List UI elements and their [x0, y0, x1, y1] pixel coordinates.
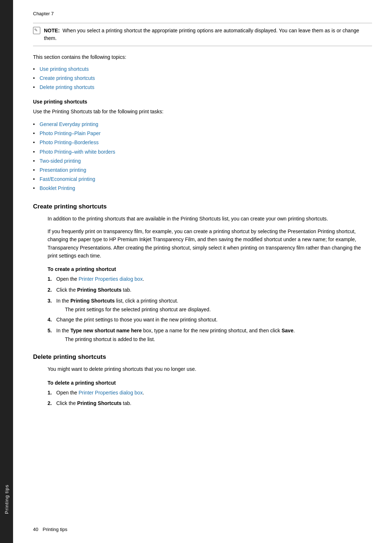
link-fast[interactable]: Fast/Economical printing	[40, 176, 95, 182]
link-printer-props-2[interactable]: Printer Properties dialog box	[79, 390, 143, 396]
chapter-label: Chapter 7	[33, 11, 372, 16]
toc-list: Use printing shortcuts Create printing s…	[33, 65, 372, 92]
toc-link-use[interactable]: Use printing shortcuts	[40, 66, 89, 72]
use-shortcuts-heading: Use printing shortcuts	[33, 99, 372, 105]
note-icon	[33, 27, 40, 34]
bold-printing-shortcuts-tab-2: Printing Shortcuts	[77, 400, 122, 406]
list-item: Use printing shortcuts	[33, 65, 372, 74]
list-item: 3. In the Printing Shortcuts list, click…	[48, 297, 372, 313]
bold-type-new-shortcut: Type new shortcut name here	[70, 328, 142, 333]
use-shortcuts-intro: Use the Printing Shortcuts tab for the f…	[33, 108, 372, 116]
list-item: Two-sided printing	[33, 157, 372, 166]
list-item: Delete printing shortcuts	[33, 83, 372, 92]
footer-page: 40	[33, 527, 38, 532]
create-sub-heading: To create a printing shortcut	[48, 266, 372, 272]
toc-link-delete[interactable]: Delete printing shortcuts	[40, 84, 94, 90]
delete-sub-heading: To delete a printing shortcut	[48, 380, 372, 386]
link-printer-props-1[interactable]: Printer Properties dialog box	[79, 276, 143, 282]
main-content: Chapter 7 NOTE: When you select a printi…	[13, 0, 392, 543]
use-shortcuts-list: General Everyday printing Photo Printing…	[33, 120, 372, 193]
side-tab: Printing tips	[0, 0, 13, 543]
link-two-sided[interactable]: Two-sided printing	[40, 158, 81, 164]
link-photo-borderless[interactable]: Photo Printing–Borderless	[40, 139, 99, 145]
note-body: When you select a printing shortcut the …	[44, 28, 359, 41]
delete-shortcuts-heading: Delete printing shortcuts	[33, 353, 372, 361]
list-item: Create printing shortcuts	[33, 74, 372, 83]
note-bold: NOTE:	[44, 28, 60, 33]
list-item: Fast/Economical printing	[33, 175, 372, 184]
delete-para1: You might want to delete printing shortc…	[48, 365, 372, 373]
list-item: Booklet Printing	[33, 184, 372, 193]
list-item: Presentation printing	[33, 166, 372, 175]
side-tab-label: Printing tips	[4, 485, 9, 514]
list-item: 1. Open the Printer Properties dialog bo…	[48, 275, 372, 284]
delete-shortcuts-content: You might want to delete printing shortc…	[48, 365, 372, 408]
note-text: NOTE: When you select a printing shortcu…	[44, 27, 372, 42]
link-presentation[interactable]: Presentation printing	[40, 167, 86, 173]
list-item: Photo Printing–Borderless	[33, 138, 372, 147]
list-item: 2. Click the Printing Shortcuts tab.	[48, 399, 372, 408]
create-para2: If you frequently print on transparency …	[48, 227, 372, 260]
list-item: Photo Printing–with white borders	[33, 147, 372, 157]
bold-printing-shortcuts-list: Printing Shortcuts	[70, 298, 115, 304]
create-shortcuts-heading: Create printing shortcuts	[33, 203, 372, 210]
list-item: 4. Change the print settings to those yo…	[48, 316, 372, 324]
list-item: General Everyday printing	[33, 120, 372, 129]
list-item: 1. Open the Printer Properties dialog bo…	[48, 389, 372, 397]
note-box: NOTE: When you select a printing shortcu…	[33, 23, 372, 46]
list-item: 2. Click the Printing Shortcuts tab.	[48, 286, 372, 295]
bold-save: Save	[282, 328, 294, 333]
create-para1: In addition to the printing shortcuts th…	[48, 215, 372, 223]
section-intro: This section contains the following topi…	[33, 53, 372, 61]
list-item: 5. In the Type new shortcut name here bo…	[48, 327, 372, 343]
footer-label: Printing tips	[42, 527, 67, 532]
create-steps-list: 1. Open the Printer Properties dialog bo…	[48, 275, 372, 343]
toc-link-create[interactable]: Create printing shortcuts	[40, 75, 95, 81]
step3-sub-text: The print settings for the selected prin…	[65, 305, 372, 313]
link-booklet[interactable]: Booklet Printing	[40, 185, 75, 191]
link-general[interactable]: General Everyday printing	[40, 121, 98, 127]
footer: 40 Printing tips	[33, 527, 372, 532]
create-shortcuts-content: In addition to the printing shortcuts th…	[48, 215, 372, 343]
list-item: Photo Printing–Plain Paper	[33, 129, 372, 138]
link-photo-plain[interactable]: Photo Printing–Plain Paper	[40, 130, 101, 136]
link-photo-white[interactable]: Photo Printing–with white borders	[40, 149, 115, 155]
step5-sub-text: The printing shortcut is added to the li…	[65, 335, 372, 343]
bold-printing-shortcuts-tab: Printing Shortcuts	[77, 287, 122, 293]
delete-steps-list: 1. Open the Printer Properties dialog bo…	[48, 389, 372, 408]
